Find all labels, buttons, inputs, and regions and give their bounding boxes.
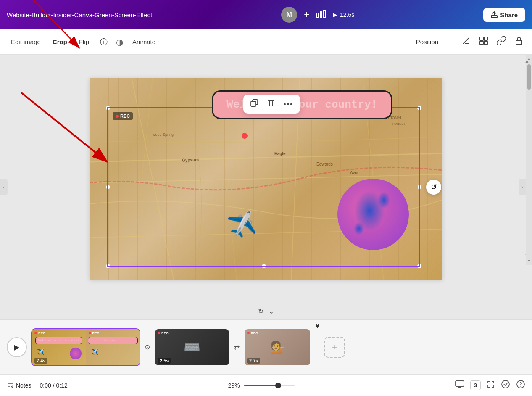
main: ▲ (0, 55, 532, 319)
clip-3[interactable]: REC 💁 2.7s (244, 328, 311, 366)
map-label-forest: FOREST (392, 122, 406, 126)
toolbar-right: Position (412, 34, 525, 49)
zoom-slider[interactable] (244, 385, 295, 386)
svg-rect-7 (484, 37, 487, 40)
style-icon[interactable] (460, 34, 472, 49)
share-button[interactable]: Share (483, 8, 525, 22)
clip-1-duration: 7.4s (34, 358, 47, 364)
canvas-wrapper: ••• Welcome to our country! REC (0, 55, 532, 303)
zoom-thumb[interactable] (275, 383, 281, 388)
left-panel-handle[interactable]: ‹ (0, 179, 8, 195)
canvas-area: ▲ (0, 55, 532, 319)
page-number[interactable]: 3 (470, 380, 481, 390)
svg-rect-1 (320, 11, 322, 17)
globe-sticker[interactable] (337, 179, 409, 250)
link-icon[interactable] (495, 34, 508, 49)
svg-rect-8 (480, 41, 483, 45)
svg-rect-10 (516, 40, 522, 45)
map-label-wood-spring: wood Spring (153, 132, 174, 137)
scroll-up[interactable]: ▲ (524, 58, 529, 64)
rotate-icon[interactable]: ↻ (258, 307, 263, 315)
svg-rect-3 (491, 16, 497, 18)
add-clip-button[interactable]: + (324, 337, 345, 358)
delete-button[interactable] (264, 97, 278, 111)
avatar[interactable]: M (281, 7, 297, 23)
status-center: 29% (73, 382, 450, 389)
more-button[interactable]: ••• (281, 98, 296, 110)
lock-icon[interactable] (513, 34, 525, 49)
clip-2[interactable]: REC ⌨️ 2.5s (154, 328, 230, 366)
play-button[interactable]: ▶ (7, 337, 27, 357)
clip-1[interactable]: REC Welcome to our country! ✈️ REC Welco… (31, 328, 140, 366)
animate-icon[interactable]: ◑ (114, 37, 125, 47)
map-label-eagle: Eagle (274, 151, 286, 156)
svg-rect-2 (324, 10, 325, 17)
help-icon[interactable] (516, 380, 525, 391)
clip-transition-icon-1[interactable]: ⊙ (145, 343, 150, 351)
svg-rect-0 (317, 13, 319, 17)
map-label-gypsum: Gypsum (182, 157, 199, 162)
clip-3-preview: 💁 (270, 340, 285, 354)
expand-icon[interactable] (487, 380, 495, 391)
current-time: 0:00 / 0:12 (40, 382, 68, 389)
edit-image-button[interactable]: Edit image (7, 36, 45, 48)
clip-2-preview: ⌨️ (184, 339, 200, 355)
status-bar: Notes 0:00 / 0:12 29% 3 (0, 374, 532, 396)
clip-rec-badge: REC (34, 331, 45, 335)
position-button[interactable]: Position (412, 36, 442, 48)
clip-transition-icon-2[interactable]: ⇄ (234, 343, 240, 351)
play-icon: ▶ (333, 11, 337, 18)
zoom-fill (244, 385, 277, 386)
clip-3-duration: 2.7s (247, 358, 260, 364)
toolbar: Edit image Crop Flip ⓘ ◑ Animate Positio… (0, 29, 532, 55)
clip-controls-2: ⇄ (234, 343, 240, 351)
heart-icon[interactable]: ♥ (315, 322, 320, 330)
grid-icon[interactable] (477, 34, 490, 49)
map-label-avon: Avon (350, 170, 360, 175)
duplicate-button[interactable] (248, 97, 261, 111)
canvas-slide[interactable]: ••• Welcome to our country! REC (90, 78, 442, 280)
svg-rect-9 (484, 41, 487, 45)
clip-2-rec: REC (158, 331, 169, 335)
welcome-banner[interactable]: Welcome to our country! (212, 90, 392, 119)
globe-continents (337, 179, 409, 250)
add-button[interactable]: + (304, 9, 309, 20)
header: Website-Builder-Insider-Canva-Green-Scre… (0, 0, 532, 29)
canvas-bottom: ↻ ⌄ (0, 303, 532, 319)
svg-line-15 (132, 78, 174, 280)
preview-button[interactable]: ▶ 12.6s (333, 11, 354, 18)
svg-rect-21 (251, 101, 256, 106)
rec-dot (116, 115, 119, 118)
divider (451, 36, 451, 48)
scrollbar-right[interactable]: ▲ ▼ (526, 55, 532, 265)
selection-red-dot (242, 133, 248, 139)
scroll-thumb[interactable] (527, 64, 531, 90)
clip-3-rec: REC (247, 331, 258, 335)
map-label-edwards: Edwards (316, 162, 333, 166)
header-title: Website-Builder-Insider-Canva-Green-Scre… (7, 11, 152, 18)
check-circle-icon[interactable] (501, 380, 510, 391)
chart-icon[interactable] (316, 10, 326, 20)
desktop-icon[interactable] (455, 380, 464, 390)
flip-button[interactable]: Flip (75, 36, 93, 48)
zoom-percentage: 29% (228, 382, 240, 389)
chevron-down-icon[interactable]: ⌄ (269, 307, 274, 315)
svg-point-23 (502, 380, 509, 388)
svg-line-19 (132, 78, 153, 280)
svg-rect-22 (456, 381, 464, 386)
svg-rect-6 (480, 37, 483, 40)
status-right: 3 (455, 380, 525, 391)
scroll-down-arrow[interactable]: ▼ (525, 257, 532, 265)
animate-button[interactable]: Animate (128, 36, 160, 48)
rec-badge: REC (113, 112, 133, 120)
info-button[interactable]: ⓘ (97, 35, 111, 49)
clip-2-duration: 2.5s (158, 358, 171, 364)
clip-controls-1: ⊙ (145, 343, 150, 351)
notes-button[interactable]: Notes (7, 382, 32, 389)
right-panel-handle[interactable]: › (519, 179, 526, 195)
crop-button[interactable]: Crop (48, 36, 71, 48)
clip-rec-badge-2: REC (89, 331, 100, 335)
header-center: M + ▶ 12.6s (281, 7, 354, 23)
svg-line-13 (90, 153, 442, 162)
timeline: ▶ REC Welcome to our country! ✈️ (0, 319, 532, 374)
